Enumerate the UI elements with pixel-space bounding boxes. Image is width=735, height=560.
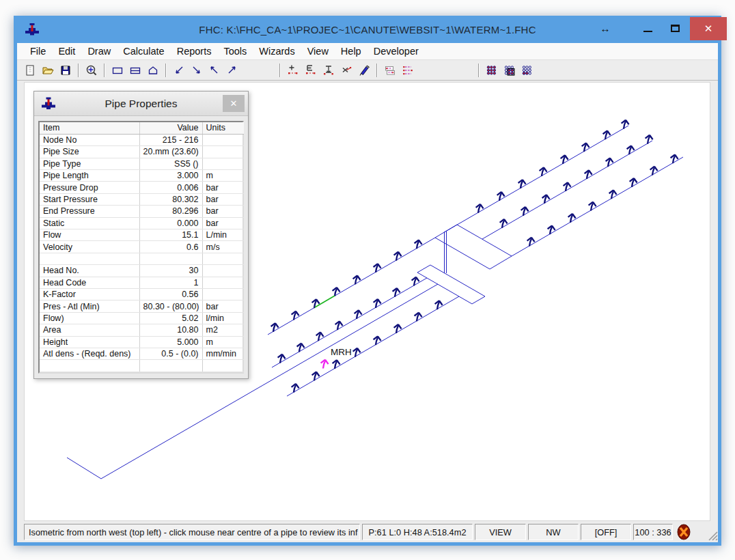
pen-button[interactable] — [355, 62, 373, 79]
range-pipe[interactable] — [287, 296, 459, 396]
new-icon — [24, 64, 36, 76]
property-row: K-Factor0.56 — [40, 288, 244, 300]
property-value: 20.mm (23.60) — [139, 146, 202, 158]
menu-calculate[interactable]: Calculate — [117, 44, 170, 59]
grid-heads-button[interactable] — [483, 62, 501, 79]
range-pipe[interactable] — [512, 157, 683, 256]
edit-node-button[interactable] — [302, 62, 320, 79]
menu-view[interactable]: View — [301, 44, 335, 59]
panel-close-icon: ✕ — [230, 98, 238, 109]
title-bar[interactable]: FHC: K:\FHC_CA~1\PROJEC~1\CANUTE\WEBSIT~… — [14, 16, 721, 43]
maximize-button[interactable] — [661, 16, 689, 40]
arrow-sw-button[interactable] — [170, 62, 188, 79]
app-icon — [25, 23, 40, 36]
property-value: 30 — [139, 265, 202, 277]
menu-wizards[interactable]: Wizards — [253, 44, 301, 59]
arrow-nw-button[interactable] — [206, 62, 223, 79]
new-button[interactable] — [21, 62, 39, 79]
property-value: 0.000 — [139, 217, 202, 229]
mrh-head-icon[interactable] — [321, 360, 329, 369]
save-button[interactable] — [57, 62, 74, 79]
section-view-button[interactable] — [126, 62, 144, 79]
arrow-ne-button[interactable] — [223, 62, 241, 79]
property-row: Head No.30 — [40, 265, 244, 277]
property-row: Pipe Length3.000m — [40, 170, 244, 182]
mrh-label: MRH — [331, 347, 352, 357]
property-row: Pressure Drop0.006bar — [40, 182, 244, 193]
iso-view-button[interactable] — [144, 62, 162, 79]
arrow-se-button[interactable] — [188, 62, 206, 79]
feed-main-pipe[interactable] — [67, 458, 101, 479]
property-item: Static — [40, 217, 139, 229]
plan-view-button[interactable] — [109, 62, 126, 79]
menu-draw[interactable]: Draw — [81, 44, 117, 59]
copy-range-button[interactable] — [381, 62, 399, 79]
menu-file[interactable]: File — [24, 44, 52, 59]
property-value: 80.296 — [139, 206, 202, 217]
resize-grip-icon[interactable] — [708, 531, 718, 541]
close-button[interactable]: ✕ — [690, 17, 727, 40]
property-value: 80.302 — [139, 193, 202, 205]
grid-clear-button[interactable] — [518, 62, 536, 79]
column-header-units: Units — [202, 122, 244, 134]
property-row: Start Pressure80.302bar — [40, 193, 244, 205]
minimize-button[interactable] — [634, 16, 661, 40]
property-value: 10.80 — [139, 324, 202, 336]
copy-range-icon — [384, 64, 396, 76]
property-row: Flow)5.02l/min — [40, 312, 244, 324]
menu-developer[interactable]: Developer — [368, 44, 425, 59]
property-row: Height5.000m — [40, 336, 244, 348]
property-row: Pipe TypeSS5 () — [40, 158, 244, 169]
status-scale: 100 : 336 — [633, 524, 673, 540]
property-value — [139, 360, 202, 372]
range-pipe[interactable] — [268, 238, 435, 335]
property-value: 0.006 — [139, 182, 202, 193]
property-item: Pipe Size — [40, 146, 139, 158]
property-units: bar — [202, 300, 244, 312]
menu-reports[interactable]: Reports — [171, 44, 218, 59]
range-details-button[interactable] — [399, 62, 417, 79]
menu-edit[interactable]: Edit — [52, 44, 81, 59]
range-pipe[interactable] — [445, 126, 628, 232]
property-units: L/min — [202, 229, 244, 241]
close-icon: ✕ — [704, 23, 713, 35]
status-message: Isometric from north west (top left) - c… — [24, 524, 360, 540]
property-value: 1 — [139, 277, 202, 288]
property-row: End Pressure80.296bar — [40, 206, 244, 217]
zoom-button[interactable] — [83, 62, 100, 79]
node-height-button[interactable] — [320, 62, 337, 79]
pipe-properties-panel[interactable]: Pipe Properties ✕ ItemValueUnits Node No… — [33, 91, 249, 379]
property-value: SS5 () — [139, 158, 202, 169]
property-units — [202, 253, 244, 264]
drawing-canvas[interactable]: MRH Pipe Properties ✕ — [24, 82, 710, 521]
cross-main-pipe[interactable] — [417, 265, 485, 304]
property-row: Pipe Size20.mm (23.60) — [40, 146, 244, 158]
minimize-icon — [643, 31, 652, 32]
panel-title-bar[interactable]: Pipe Properties ✕ — [34, 92, 248, 116]
toolbar-separator — [165, 64, 167, 77]
property-units: m — [202, 170, 244, 182]
property-item: Start Pressure — [40, 193, 139, 205]
open-button[interactable] — [39, 62, 57, 79]
toolbar-separator — [78, 64, 79, 77]
add-node-button[interactable] — [284, 62, 302, 79]
fit-width-button[interactable]: ↔ — [592, 16, 619, 40]
pen-icon — [358, 64, 370, 76]
save-icon — [59, 64, 72, 76]
grid-select-button[interactable] — [501, 62, 518, 79]
property-units — [202, 288, 244, 300]
add-node-icon — [287, 64, 299, 76]
break-pipe-button[interactable] — [337, 62, 355, 79]
panel-close-button[interactable]: ✕ — [223, 95, 245, 112]
plan-view-icon — [111, 64, 124, 76]
menu-help[interactable]: Help — [335, 44, 368, 59]
grid-clear-icon — [521, 64, 533, 76]
client-area: FileEditDrawCalculateReportsToolsWizards… — [17, 43, 718, 542]
property-value: 0.6 — [139, 241, 202, 253]
property-item: Head No. — [40, 265, 139, 277]
break-pipe-icon — [340, 64, 352, 76]
property-value: 0.56 — [139, 288, 202, 300]
property-value: 80.30 - (80.00) — [139, 300, 202, 312]
property-units: m/s — [202, 241, 244, 253]
menu-tools[interactable]: Tools — [217, 44, 253, 59]
